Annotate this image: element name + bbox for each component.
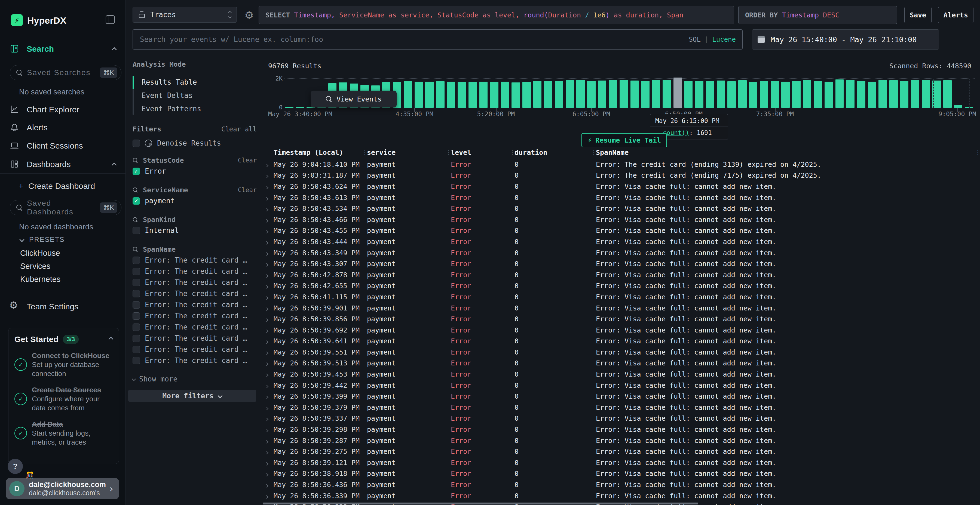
preset-kubernetes[interactable]: Kubernetes [20, 275, 60, 284]
chart-bar[interactable] [878, 80, 887, 108]
table-row[interactable]: May 26 8:50:39.692 PMpaymentError0Error:… [263, 325, 980, 336]
chart-bar[interactable] [533, 81, 542, 108]
table-row[interactable]: May 26 8:50:43.466 PMpaymentError0Error:… [263, 214, 980, 225]
chart-bar[interactable] [544, 81, 552, 108]
facet-option[interactable]: Error: The credit card … [132, 333, 257, 343]
sidebar-item-dashboards[interactable]: Dashboards [0, 158, 126, 171]
help-button[interactable]: ? [8, 459, 23, 474]
chart-bar[interactable] [792, 81, 800, 108]
chart-bar[interactable] [468, 82, 477, 108]
chart-bar[interactable] [717, 81, 725, 108]
table-row[interactable]: May 26 8:50:43.613 PMpaymentError0Error:… [263, 192, 980, 203]
preset-services[interactable]: Services [20, 262, 50, 271]
presets-toggle[interactable]: PRESETS [20, 236, 65, 243]
facet-checkbox[interactable] [132, 257, 140, 264]
column-separator[interactable]: ⋮ [445, 149, 451, 156]
save-button[interactable]: Save [904, 7, 932, 23]
chart-bar[interactable] [576, 80, 585, 108]
get-started-step[interactable]: ✓ Add Data Start sending logs, metrics, … [14, 419, 113, 447]
facet-checkbox[interactable] [132, 301, 140, 308]
date-range-picker[interactable]: May 26 15:40:00 - May 26 21:10:00 [752, 29, 939, 49]
chart-bar[interactable] [512, 83, 520, 108]
row-expand-icon[interactable] [263, 315, 274, 323]
facet-checkbox[interactable] [132, 346, 140, 353]
column-separator[interactable]: ⋮ [361, 149, 367, 156]
sql-toggle[interactable]: SQL [689, 36, 700, 43]
chevron-up-icon[interactable] [111, 162, 116, 167]
row-expand-icon[interactable] [263, 459, 274, 467]
chart-bar[interactable] [727, 81, 736, 108]
chart-bar[interactable] [630, 81, 639, 108]
table-row[interactable]: May 26 8:50:43.307 PMpaymentError0Error:… [263, 258, 980, 269]
chart-bar[interactable] [587, 81, 596, 108]
table-row[interactable]: May 26 8:50:41.115 PMpaymentError0Error:… [263, 291, 980, 303]
row-expand-icon[interactable] [263, 238, 274, 246]
chart-bar[interactable] [954, 105, 963, 108]
chart-bar[interactable] [490, 82, 498, 108]
chart-bar[interactable] [771, 81, 779, 108]
facet-checkbox[interactable] [132, 357, 140, 364]
chart-bar[interactable] [479, 82, 488, 108]
preset-clickhouse[interactable]: ClickHouse [20, 249, 60, 258]
row-expand-icon[interactable] [263, 172, 274, 179]
row-expand-icon[interactable] [263, 160, 274, 168]
table-row[interactable]: May 26 8:50:39.901 PMpaymentError0Error:… [263, 303, 980, 314]
column-header-service[interactable]: service [367, 149, 445, 156]
sidebar-item-team-settings[interactable]: ⚙ Team Settings [0, 301, 126, 313]
facet-option[interactable]: Error: The credit card … [132, 289, 257, 298]
clear-all-button[interactable]: Clear all [221, 125, 257, 133]
row-expand-icon[interactable] [263, 216, 274, 224]
sidebar-item-search[interactable]: Search [0, 43, 126, 56]
table-row[interactable]: May 26 9:04:18.410 PMpaymentError0Error:… [263, 159, 980, 170]
denoise-checkbox[interactable] [132, 140, 140, 147]
table-row[interactable]: May 26 8:50:42.878 PMpaymentError0Error:… [263, 269, 980, 281]
table-row[interactable]: May 26 8:50:39.856 PMpaymentError0Error:… [263, 313, 980, 325]
chart-bar[interactable] [846, 80, 854, 108]
chart-bar[interactable] [738, 80, 747, 108]
chart-bar[interactable] [695, 81, 703, 108]
facet-clear-button[interactable]: Clear [238, 157, 257, 164]
mode-event-deltas[interactable]: Event Deltas [142, 89, 257, 102]
facet-option[interactable]: ✓Error [132, 167, 257, 176]
chart-bar[interactable] [900, 81, 909, 108]
table-row[interactable]: May 26 8:50:39.442 PMpaymentError0Error:… [263, 380, 980, 391]
table-row[interactable]: May 26 8:50:39.551 PMpaymentError0Error:… [263, 347, 980, 358]
saved-dashboards-input[interactable]: Saved Dashboards ⌘K [10, 200, 121, 215]
chart-bar[interactable] [706, 81, 714, 108]
row-expand-icon[interactable] [263, 293, 274, 301]
create-dashboard-button[interactable]: + Create Dashboard [0, 180, 126, 192]
sidebar-item-alerts[interactable]: Alerts [0, 122, 126, 134]
facet-option[interactable]: Error: The credit card … [132, 311, 257, 321]
denoise-results-toggle[interactable]: Denoise Results [132, 138, 257, 148]
row-expand-icon[interactable] [263, 282, 274, 290]
facet-checkbox[interactable] [132, 312, 140, 320]
facet-option[interactable]: Error: The credit card … [132, 278, 257, 287]
table-row[interactable]: May 26 8:50:39.379 PMpaymentError0Error:… [263, 402, 980, 413]
more-filters-button[interactable]: More filters [128, 390, 256, 402]
collapse-sidebar-icon[interactable] [106, 15, 115, 24]
chart-bar[interactable] [814, 81, 822, 108]
facet-checkbox[interactable] [132, 268, 140, 275]
chart-bar[interactable] [943, 80, 952, 108]
column-header-level[interactable]: level [451, 149, 509, 156]
table-row[interactable]: May 26 8:50:39.399 PMpaymentError0Error:… [263, 391, 980, 402]
chart-bar[interactable] [404, 81, 412, 108]
table-row[interactable]: May 26 8:50:39.298 PMpaymentError0Error:… [263, 424, 980, 435]
chart-bar[interactable] [911, 80, 919, 108]
row-expand-icon[interactable] [263, 370, 274, 378]
row-expand-icon[interactable] [263, 392, 274, 400]
table-row[interactable]: May 26 8:50:39.513 PMpaymentError0Error:… [263, 358, 980, 369]
chart-bar[interactable] [436, 81, 445, 108]
chart-bar[interactable] [566, 80, 574, 108]
user-menu[interactable]: D dale@clickhouse.com dale@clickhouse.co… [6, 478, 119, 499]
chart-bar[interactable] [458, 82, 466, 108]
chart-bar[interactable] [781, 82, 790, 108]
row-expand-icon[interactable] [263, 437, 274, 445]
facet-option[interactable]: Error: The credit card … [132, 322, 257, 332]
facet-checkbox[interactable] [132, 335, 140, 342]
row-expand-icon[interactable] [263, 227, 274, 235]
chart-bar[interactable] [598, 81, 606, 108]
row-expand-icon[interactable] [263, 194, 274, 202]
table-row[interactable]: May 26 8:50:43.444 PMpaymentError0Error:… [263, 236, 980, 247]
chart-bar[interactable] [652, 80, 660, 108]
